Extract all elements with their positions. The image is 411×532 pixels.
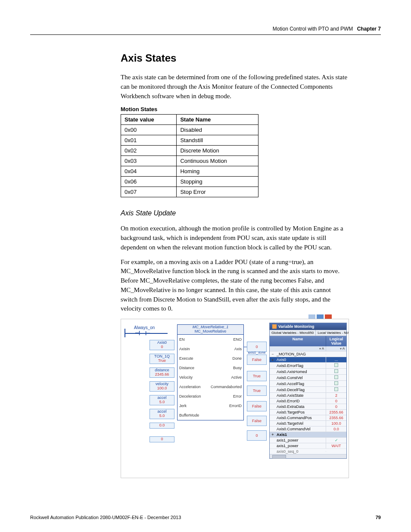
- screenshot-figure: Always_on ⊣ ⊢ MC_MoveRelative_1 MC_MoveR…: [121, 319, 349, 478]
- param-box: accel5.0: [149, 395, 174, 405]
- table-row: 0x01Standstill: [121, 135, 258, 146]
- fb-title: MC_MoveRelative_1 MC_MoveRelative: [177, 325, 243, 335]
- tab-local[interactable]: Local Variables - N/A: [316, 330, 349, 336]
- varmon-row[interactable]: Axis0.CommandVel0.0: [270, 426, 346, 432]
- table-header-value: State value: [121, 115, 177, 125]
- publication-id: Rockwell Automation Publication 2080-UM0…: [30, 515, 181, 520]
- col-name: Name: [270, 336, 326, 346]
- output-box: True: [247, 386, 267, 396]
- table-row: 0x03Continuous Motion: [121, 156, 258, 166]
- running-head-text: Motion Control with PTO and PWM: [273, 26, 353, 32]
- running-head: Motion Control with PTO and PWM Chapter …: [30, 26, 381, 32]
- subsection-title: Axis State Update: [121, 209, 349, 217]
- varmon-title-bar: Variable Monitoring: [270, 323, 346, 330]
- body-paragraph: On motion execution, although the motion…: [121, 224, 349, 252]
- varmon-row[interactable]: Axis0.ConstVel: [270, 374, 346, 380]
- chapter-label: Chapter 7: [357, 26, 381, 32]
- output-box: False: [247, 416, 267, 426]
- param-box: Axis00: [149, 340, 174, 350]
- varmon-filter-row[interactable]: ▾ ₳ ▾ ₳: [270, 346, 346, 351]
- varmon-row[interactable]: Axis0.DecelFlag: [270, 386, 346, 392]
- page-number: 79: [376, 515, 381, 520]
- varmon-row[interactable]: Axis0.TargetVel100.0: [270, 420, 346, 426]
- param-box: TON_1QTrue: [149, 354, 174, 364]
- varmon-group-row[interactable]: − _MOTION_DIAG: [270, 351, 346, 357]
- output-box: 0: [247, 430, 267, 441]
- output-box: axis0_doneFalse: [247, 355, 267, 365]
- ladder-editor: Always_on ⊣ ⊢ MC_MoveRelative_1 MC_MoveR…: [121, 319, 349, 478]
- varmon-row[interactable]: Axis0.TargetPos2355.66: [270, 409, 346, 415]
- expand-icon[interactable]: ▸: [270, 358, 276, 362]
- checkbox-icon: [334, 369, 338, 373]
- body-paragraph: For example, on a moving axis on a Ladde…: [121, 258, 349, 314]
- col-logical-value: Logical Value: [326, 336, 346, 346]
- horizontal-scrollbar[interactable]: [270, 454, 346, 458]
- table-row: 0x02Discrete Motion: [121, 146, 258, 156]
- output-box: False: [247, 401, 267, 411]
- param-box: velocity100.0: [149, 381, 174, 392]
- varmon-group-row[interactable]: +Axis1: [270, 432, 346, 437]
- motion-states-table: State value State Name 0x00Disabled 0x01…: [121, 114, 258, 197]
- varmon-row[interactable]: axis1_powerWAIT: [270, 443, 346, 448]
- param-box: 0: [149, 436, 174, 442]
- param-box: 0.0: [149, 423, 174, 429]
- table-row: 0x07Stop Error: [121, 187, 258, 197]
- param-box: distance2345.66: [149, 367, 174, 378]
- tab-global[interactable]: Global Variables - Micro850: [270, 330, 316, 336]
- varmon-icon: [272, 324, 277, 329]
- varmon-title-text: Variable Monitoring: [278, 324, 314, 329]
- window-controls-hint: [308, 314, 332, 319]
- varmon-row[interactable]: Axis0.CommandPos2355.66: [270, 415, 346, 420]
- contact-symbol: ⊣ ⊢: [135, 330, 152, 336]
- table-row: 0x06Stopping: [121, 177, 258, 187]
- wire: [244, 347, 247, 347]
- output-box: True: [247, 371, 267, 381]
- variable-monitoring-panel: Variable Monitoring Global Variables - M…: [269, 323, 347, 459]
- checkbox-icon: [334, 381, 338, 385]
- table-caption: Motion States: [121, 106, 349, 112]
- page-footer: Rockwell Automation Publication 2080-UM0…: [30, 515, 381, 520]
- varmon-row[interactable]: Axis0.AccelFlag: [270, 380, 346, 386]
- varmon-row[interactable]: Axis0.AxisState2: [270, 392, 346, 398]
- varmon-row[interactable]: axis0_seq_0: [270, 448, 346, 454]
- checkbox-icon: [334, 363, 338, 367]
- header-rule: [30, 34, 381, 35]
- function-block: MC_MoveRelative_1 MC_MoveRelative ENENO …: [177, 324, 244, 420]
- varmon-selected-row[interactable]: ▸ Axis0 ...: [270, 357, 346, 362]
- varmon-row[interactable]: Axis0.AxisHomed: [270, 368, 346, 374]
- varmon-row[interactable]: axis1_power✓: [270, 437, 346, 443]
- table-header-name: State Name: [177, 115, 258, 125]
- varmon-row[interactable]: Axis0.ErrorFlag: [270, 362, 346, 368]
- checkbox-icon: [334, 387, 338, 391]
- table-row: 0x04Homing: [121, 166, 258, 177]
- checkbox-icon: [334, 375, 338, 379]
- varmon-row[interactable]: Axis0.ErrorID0: [270, 398, 346, 404]
- varmon-row[interactable]: Axis0.ExtraData0: [270, 404, 346, 409]
- intro-paragraph: The axis state can be determined from on…: [121, 73, 349, 101]
- varmon-tabs[interactable]: Global Variables - Micro850 Local Variab…: [270, 330, 346, 336]
- varmon-column-headers: Name Logical Value: [270, 336, 346, 346]
- section-title: Axis States: [121, 52, 349, 64]
- param-box: accel5.0: [149, 409, 174, 419]
- table-row: 0x00Disabled: [121, 125, 258, 135]
